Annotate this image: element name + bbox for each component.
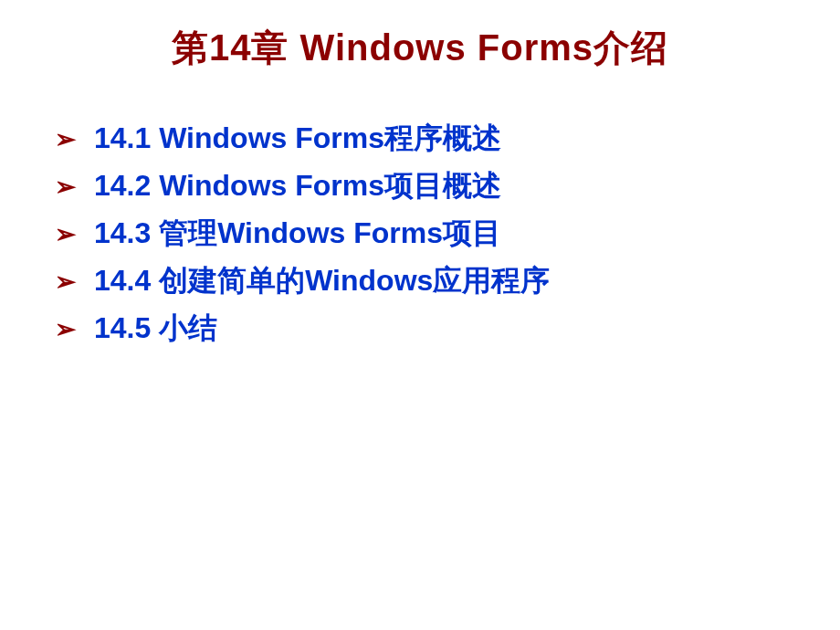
item-text: 14.5 小结 bbox=[94, 309, 217, 349]
item-text: 14.3 管理Windows Forms项目 bbox=[94, 214, 501, 254]
list-item: ➢ 14.2 Windows Forms项目概述 bbox=[55, 166, 840, 206]
list-item: ➢ 14.3 管理Windows Forms项目 bbox=[55, 214, 840, 254]
list-item: ➢ 14.5 小结 bbox=[55, 309, 840, 349]
list-item: ➢ 14.1 Windows Forms程序概述 bbox=[55, 119, 840, 159]
bullet-icon: ➢ bbox=[55, 314, 76, 344]
list-item: ➢ 14.4 创建简单的Windows应用程序 bbox=[55, 261, 840, 301]
item-text: 14.1 Windows Forms程序概述 bbox=[94, 119, 501, 159]
slide-title: 第14章 Windows Forms介绍 bbox=[0, 23, 840, 73]
slide-container: 第14章 Windows Forms介绍 ➢ 14.1 Windows Form… bbox=[0, 0, 840, 630]
bullet-icon: ➢ bbox=[55, 124, 76, 154]
content-list: ➢ 14.1 Windows Forms程序概述 ➢ 14.2 Windows … bbox=[0, 119, 840, 349]
bullet-icon: ➢ bbox=[55, 172, 76, 202]
item-text: 14.4 创建简单的Windows应用程序 bbox=[94, 261, 550, 301]
item-text: 14.2 Windows Forms项目概述 bbox=[94, 166, 501, 206]
bullet-icon: ➢ bbox=[55, 267, 76, 297]
bullet-icon: ➢ bbox=[55, 219, 76, 249]
